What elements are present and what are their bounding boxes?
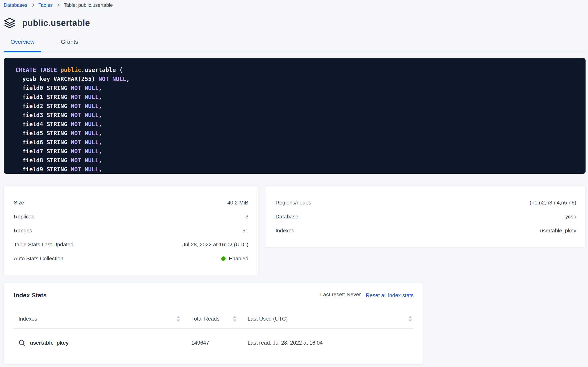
sql-token: NOT NULL — [71, 157, 99, 164]
sql-token: NOT NULL — [71, 148, 99, 155]
sql-line: field5 STRING NOT NULL, — [15, 129, 577, 138]
sql-line: ycsb_key VARCHAR(255) NOT NULL, — [15, 75, 577, 84]
tab-grants-label: Grants — [61, 39, 78, 45]
breadcrumb-databases[interactable]: Databases — [4, 2, 27, 8]
stat-label: Database — [275, 214, 298, 220]
column-header-indexes[interactable]: Indexes — [13, 309, 182, 328]
stat-value: 40.2 MiB — [227, 200, 248, 206]
breadcrumb-tables[interactable]: Tables — [38, 2, 53, 8]
sql-token: NOT NULL — [71, 112, 99, 118]
page-title: public.usertable — [22, 18, 90, 28]
table-row: usertable_pkey 149647 Last read: Jul 28,… — [13, 329, 414, 357]
sql-token: NOT NULL — [71, 121, 99, 128]
stat-label: Regions/nodes — [275, 200, 311, 206]
stat-row: Regions/nodes(n1,n2,n3,n4,n5,n6) — [275, 196, 576, 210]
sql-line: field1 STRING NOT NULL, — [15, 93, 577, 102]
sql-token: , — [99, 157, 102, 164]
sql-line: field3 STRING NOT NULL, — [15, 111, 577, 120]
sql-token: , — [126, 76, 130, 82]
sql-token: , — [99, 121, 102, 128]
sql-line: field6 STRING NOT NULL, — [15, 138, 577, 147]
sort-icon — [177, 316, 180, 322]
sql-token: ycsb_key VARCHAR(255) — [15, 76, 99, 82]
column-header-label: Last Used (UTC) — [248, 316, 288, 322]
index-name: usertable_pkey — [30, 340, 69, 346]
index-stats-title: Index Stats — [14, 292, 47, 299]
stat-value: usertable_pkey — [540, 227, 576, 234]
stat-label: Auto Stats Collection — [14, 255, 63, 262]
sql-line: CREATE TABLE public.usertable ( — [15, 66, 577, 75]
stat-label: Replicas — [14, 214, 34, 220]
index-stats-card: Index Stats Last reset: Never Reset all … — [4, 282, 423, 364]
sql-line: field7 STRING NOT NULL, — [15, 147, 577, 156]
tab-overview-label: Overview — [10, 39, 34, 45]
tab-overview[interactable]: Overview — [4, 36, 41, 52]
stat-value: (n1,n2,n3,n4,n5,n6) — [530, 200, 576, 206]
sql-token: .usertable ( — [81, 67, 123, 73]
sql-token: , — [99, 94, 102, 100]
sql-token: field4 STRING — [15, 121, 71, 128]
sql-token: field0 STRING — [15, 85, 71, 92]
sql-token: field8 STRING — [15, 157, 71, 164]
sql-token: field7 STRING — [15, 148, 71, 155]
sql-token: field6 STRING — [15, 139, 71, 146]
reset-index-stats-link[interactable]: Reset all index stats — [366, 292, 414, 299]
last-used-value: Last read: Jul 28, 2022 at 16:04 — [248, 340, 323, 346]
stat-row: Databaseycsb — [275, 210, 576, 224]
status-dot-icon — [221, 257, 226, 261]
index-name-cell: usertable_pkey — [13, 329, 182, 357]
total-reads-cell: 149647 — [182, 329, 238, 357]
column-header-total-reads[interactable]: Total Reads — [182, 309, 238, 328]
chevron-right-icon — [31, 3, 34, 7]
sql-line: field0 STRING NOT NULL, — [15, 84, 577, 93]
stat-label: Ranges — [14, 227, 32, 234]
stat-row: Indexesusertable_pkey — [275, 224, 576, 238]
sql-token: , — [99, 166, 102, 173]
column-header-last-used[interactable]: Last Used (UTC) — [238, 309, 414, 328]
sql-line: field8 STRING NOT NULL, — [15, 156, 577, 165]
sql-line: field4 STRING NOT NULL, — [15, 120, 577, 129]
sql-token: , — [99, 112, 102, 118]
stack-icon — [4, 18, 16, 28]
sql-token: NOT NULL — [71, 130, 99, 137]
stat-value: 51 — [242, 227, 248, 234]
breadcrumb-current: Table: public.usertable — [64, 2, 113, 8]
total-reads-value: 149647 — [191, 340, 209, 346]
sql-token: NOT NULL — [71, 94, 99, 100]
stat-row: Replicas3 — [14, 210, 248, 224]
stat-row: Auto Stats CollectionEnabled — [14, 251, 248, 266]
stat-value: ycsb — [565, 214, 576, 220]
column-header-label: Total Reads — [191, 316, 219, 322]
last-used-cell: Last read: Jul 28, 2022 at 16:04 — [238, 329, 414, 357]
tab-bar: Overview Grants — [4, 36, 586, 52]
stat-row: Size40.2 MiB — [14, 196, 248, 210]
index-stats-actions: Last reset: Never Reset all index stats — [320, 291, 414, 299]
stat-label: Table Stats Last Updated — [14, 242, 74, 248]
sql-token: , — [99, 130, 102, 137]
index-stats-header: Index Stats Last reset: Never Reset all … — [13, 292, 414, 299]
sql-token: field3 STRING — [15, 112, 71, 118]
stat-value: Jul 28, 2022 at 16:02 (UTC) — [182, 242, 248, 248]
stat-value: Enabled — [221, 255, 248, 262]
sql-token: CREATE TABLE — [15, 67, 60, 73]
sort-icon — [233, 316, 236, 322]
table-details-page: Databases Tables Table: public.usertable… — [0, 0, 588, 367]
create-table-statement: CREATE TABLE public.usertable ( ycsb_key… — [4, 58, 586, 174]
last-reset-label: Last reset: Never — [320, 291, 361, 299]
stat-label: Size — [14, 200, 24, 206]
magnifier-icon — [19, 340, 26, 346]
sql-token: field5 STRING — [15, 130, 71, 137]
sql-token: , — [99, 139, 102, 146]
stat-row: Ranges51 — [14, 224, 248, 238]
stat-value: 3 — [246, 214, 248, 220]
page-header: public.usertable — [4, 17, 586, 29]
sql-token: NOT NULL — [99, 76, 126, 82]
chevron-right-icon — [56, 3, 60, 7]
stat-row: Table Stats Last UpdatedJul 28, 2022 at … — [14, 238, 248, 251]
table-stats-card: Size40.2 MiBReplicas3Ranges51Table Stats… — [4, 186, 258, 276]
sql-line: field2 STRING NOT NULL, — [15, 102, 577, 111]
column-header-label: Indexes — [18, 316, 37, 322]
tab-grants[interactable]: Grants — [54, 36, 85, 52]
sql-token: NOT NULL — [71, 103, 99, 109]
index-stats-table-header: Indexes Total Reads Last Used (UTC) — [13, 309, 414, 329]
